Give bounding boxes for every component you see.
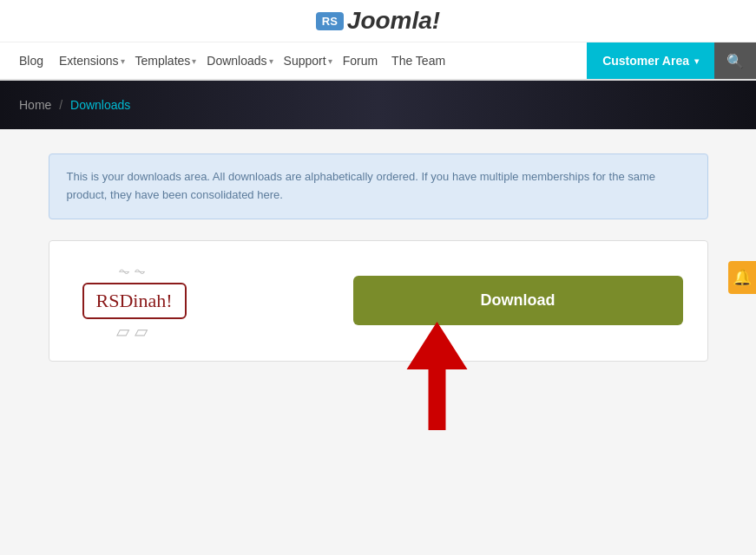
product-logo: ⏦⏦ RSDinah! ⏥⏥ xyxy=(74,262,195,340)
main-nav: Blog Extensions ▾ Templates ▾ Downloads … xyxy=(0,42,756,81)
feedback-icon: 🔔 xyxy=(733,269,752,286)
breadcrumb-current: Downloads xyxy=(70,98,130,112)
logo-text: Joomla! xyxy=(347,7,440,35)
nav-blog[interactable]: Blog xyxy=(10,42,52,79)
breadcrumb: Home / Downloads xyxy=(19,98,737,112)
curly-top: ⏦⏦ xyxy=(119,262,150,279)
extensions-arrow-icon: ▾ xyxy=(121,56,125,66)
info-text: This is your downloads area. All downloa… xyxy=(67,168,690,205)
red-arrow-icon xyxy=(371,317,502,439)
header: RS Joomla! xyxy=(0,0,756,42)
breadcrumb-banner: Home / Downloads xyxy=(0,81,756,129)
search-icon: 🔍 xyxy=(726,53,744,69)
search-button[interactable]: 🔍 xyxy=(714,42,756,79)
templates-arrow-icon: ▾ xyxy=(192,56,196,66)
main-content: This is your downloads area. All downloa… xyxy=(0,129,756,459)
customer-area-arrow-icon: ▾ xyxy=(694,56,699,66)
breadcrumb-separator: / xyxy=(59,98,62,112)
curly-bottom: ⏥⏥ xyxy=(116,323,153,340)
arrow-annotation xyxy=(371,317,502,441)
feedback-tab[interactable]: 🔔 xyxy=(728,261,756,294)
svg-marker-0 xyxy=(406,322,467,430)
info-box: This is your downloads area. All downloa… xyxy=(49,153,708,219)
logo-rs-badge: RS xyxy=(316,12,344,30)
nav-forum[interactable]: Forum xyxy=(336,42,385,79)
support-arrow-icon: ▾ xyxy=(328,56,332,66)
nav-right: Customer Area ▾ 🔍 xyxy=(587,42,756,79)
nav-extensions[interactable]: Extensions xyxy=(52,42,125,79)
customer-area-label: Customer Area xyxy=(602,54,689,68)
customer-area-button[interactable]: Customer Area ▾ xyxy=(587,42,714,79)
breadcrumb-home[interactable]: Home xyxy=(19,98,51,112)
nav-the-team[interactable]: The Team xyxy=(385,42,452,79)
nav-support[interactable]: Support xyxy=(277,42,333,79)
downloads-arrow-icon: ▾ xyxy=(269,56,273,66)
logo[interactable]: RS Joomla! xyxy=(316,7,440,35)
nav-downloads[interactable]: Downloads xyxy=(200,42,273,79)
product-name: RSDinah! xyxy=(82,283,187,319)
nav-templates[interactable]: Templates xyxy=(128,42,198,79)
